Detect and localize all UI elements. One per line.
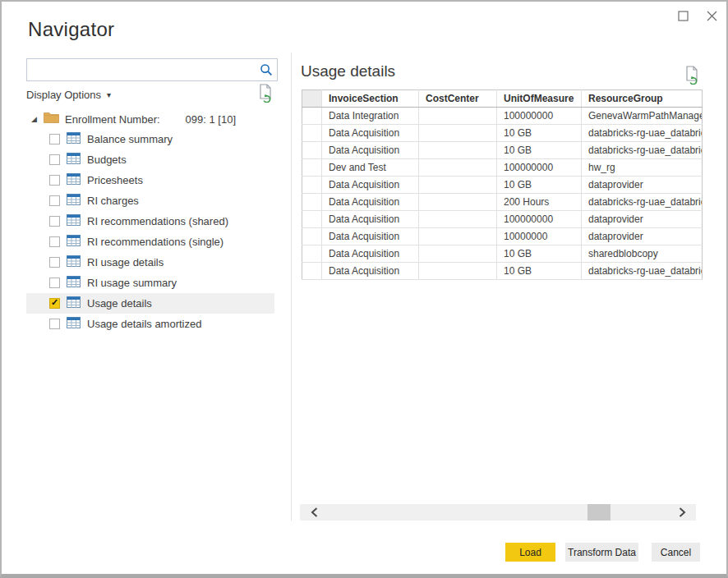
cell: Data Acquisition [322,211,419,228]
checkbox-checked[interactable]: ✓ [49,298,60,309]
table-icon [67,276,81,291]
cell: Data Acquisition [322,194,419,211]
sidebar-item-budgets[interactable]: ✓ Budgets [26,149,274,170]
row-selector-cell [302,108,322,125]
checkbox[interactable]: ✓ [49,154,60,165]
checkbox[interactable]: ✓ [49,216,60,227]
scroll-right-icon[interactable] [668,504,696,521]
table-row: Data Acquisition10 GBsharedblobcopy [302,245,703,263]
row-selector-cell [302,159,322,177]
sidebar-item-ri-recommendations-single[interactable]: ✓ RI recommendations (single) [26,232,274,252]
table-row: Data Acquisition10 GBdataprovider [302,177,703,194]
cell: 10 GB [497,245,582,263]
table-row: Data Acquisition10000000dataprovider [302,228,703,245]
table-row: Data Acquisition10 GBdatabricks-rg-uae_d… [302,263,703,280]
table-row: Data Acquisition10 GBdatabricks-rg-uae_d… [302,125,703,142]
checkbox[interactable]: ✓ [49,236,60,247]
page-title: Navigator [28,18,114,41]
cell [419,177,497,194]
table-row: Data Acquisition200 Hoursdatabricks-rg-u… [302,194,703,211]
scroll-left-icon[interactable] [300,504,328,521]
checkbox[interactable]: ✓ [49,195,60,206]
cell: dataprovider [582,228,703,245]
transform-data-button[interactable]: Transform Data [565,543,638,562]
column-header: InvoiceSection [322,90,419,108]
table-row: Data Acquisition10 GBdatabricks-rg-uae_d… [302,142,703,159]
load-button[interactable]: Load [505,543,555,562]
sidebar-item-balance-summary[interactable]: ✓ Balance summary [26,129,274,149]
cell: Data Integration [322,108,419,125]
cell: Data Acquisition [322,142,419,159]
checkbox[interactable]: ✓ [49,257,60,268]
cell: 100000000 [497,108,582,125]
cell: Data Acquisition [322,177,419,194]
row-selector-cell [302,194,322,211]
table-icon [67,255,81,270]
maximize-icon[interactable] [675,8,690,23]
sidebar-item-pricesheets[interactable]: ✓ Pricesheets [26,170,274,190]
sidebar-item-usage-details-amortized[interactable]: ✓ Usage details amortized [26,314,274,334]
cell: Data Acquisition [322,263,419,280]
cell: 10 GB [497,125,582,142]
cell: Dev and Test [322,159,419,177]
tree-expander-icon[interactable]: ◢ [31,115,41,123]
cancel-button[interactable]: Cancel [652,543,700,562]
sidebar-item-usage-details[interactable]: ✓ Usage details [26,293,274,314]
sidebar-item-ri-usage-summary[interactable]: ✓ RI usage summary [26,273,274,293]
checkbox[interactable]: ✓ [49,134,60,144]
cell [419,211,497,228]
search-input[interactable] [27,59,256,80]
column-header: CostCenter [419,90,497,108]
preview-title: Usage details [301,62,395,80]
cell: Data Acquisition [322,245,419,263]
row-selector-cell [302,211,322,228]
refresh-preview-icon[interactable] [684,66,700,88]
folder-icon [44,112,59,126]
horizontal-scrollbar[interactable] [300,504,696,521]
table-icon [67,296,81,311]
cell [419,263,497,280]
cell: sharedblobcopy [582,245,703,263]
cell: databricks-rg-uae_databricks- [582,142,703,159]
column-header: UnitOfMeasure [497,90,582,108]
cell [419,228,497,245]
tree-root-enrollment[interactable]: ◢ Enrollment Number: 099: 1 [10] [26,109,274,129]
cell: databricks-rg-uae_databricks- [582,263,703,280]
row-selector-cell [302,263,322,280]
navigator-dialog: Navigator Display Options ▾ ◢ Enrollment… [0,0,728,578]
tables-tree: ✓ Balance summary ✓ Budgets ✓ Pricesheet… [26,129,274,334]
table-icon [67,173,81,188]
table-icon [67,194,81,209]
cell: Data Acquisition [322,228,419,245]
cell: databricks-rg-uae_databricks- [582,194,703,211]
table-row: Data Integration100000000GenevaWarmPathM… [302,108,703,125]
checkbox[interactable]: ✓ [49,319,60,329]
scrollbar-thumb[interactable] [587,504,611,521]
refresh-icon[interactable] [257,84,274,106]
display-options-dropdown[interactable]: Display Options ▾ [26,85,111,103]
table-row: Data Acquisition100000000dataprovider [302,211,703,228]
table-row: Dev and Test100000000hw_rg [302,159,703,177]
cell [419,159,497,177]
cell: 200 Hours [497,194,582,211]
search-icon[interactable] [256,63,277,76]
sidebar-item-ri-recommendations-shared[interactable]: ✓ RI recommendations (shared) [26,211,274,232]
table-icon [67,214,81,229]
cell: 100000000 [497,159,582,177]
cell [419,125,497,142]
sidebar-item-ri-charges[interactable]: ✓ RI charges [26,190,274,211]
checkbox[interactable]: ✓ [49,175,60,186]
table-icon [67,235,81,250]
close-icon[interactable] [704,8,719,23]
cell: dataprovider [582,177,703,194]
table-icon [67,153,81,167]
cell [419,108,497,125]
cell: databricks-rg-uae_databricks- [582,125,703,142]
table-icon [67,132,81,147]
corner-cell [302,90,322,108]
checkbox[interactable]: ✓ [49,278,60,288]
cell: Data Acquisition [322,125,419,142]
sidebar-item-ri-usage-details[interactable]: ✓ RI usage details [26,252,274,273]
cell: dataprovider [582,211,703,228]
cell: hw_rg [582,159,703,177]
